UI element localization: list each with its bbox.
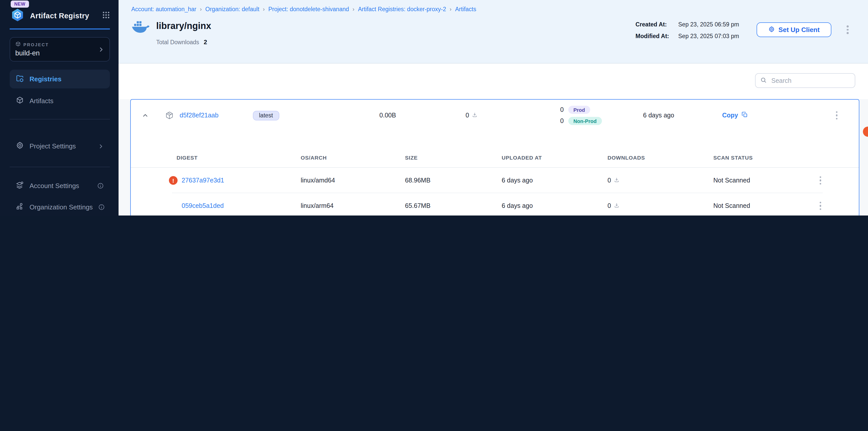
prod-count: 0 xyxy=(560,106,564,113)
row-kebab-menu[interactable] xyxy=(818,175,859,186)
info-icon xyxy=(97,183,104,189)
app-switcher-icon[interactable] xyxy=(102,10,111,21)
artifact-age: 6 days ago xyxy=(614,112,703,119)
sidebar-item-project-settings[interactable]: Project Settings xyxy=(10,137,110,156)
info-icon xyxy=(98,204,105,210)
sidebar-item-label: Account Settings xyxy=(30,182,79,190)
os-arch: linux/amd64 xyxy=(301,177,405,184)
artifact-list: d5f28ef21aab latest 0.00B 0 0Prod 0Non-P… xyxy=(119,99,868,216)
copy-label: Copy xyxy=(722,112,738,119)
column-header-size: SIZE xyxy=(405,155,502,161)
breadcrumb-organization[interactable]: Organization: default xyxy=(205,6,259,12)
total-downloads-value: 2 xyxy=(204,39,207,46)
project-selector[interactable]: PROJECT build-en xyxy=(10,37,110,62)
main-area: Account: automation_har › Organization: … xyxy=(119,0,868,216)
row-kebab-menu[interactable] xyxy=(834,110,859,121)
column-header-digest: DIGEST xyxy=(177,155,301,161)
set-up-client-label: Set Up Client xyxy=(778,26,820,34)
collapse-chevron-up-icon[interactable] xyxy=(131,112,159,119)
sidebar-accent-line xyxy=(10,29,110,30)
download-count: 0 xyxy=(466,112,469,119)
artifact-row-expanded[interactable]: d5f28ef21aab latest 0.00B 0 0Prod 0Non-P… xyxy=(131,100,859,131)
project-label: PROJECT xyxy=(23,42,49,47)
column-header-downloads: DOWNLOADS xyxy=(608,155,713,161)
artifact-size: 0.00B xyxy=(324,112,451,119)
project-value: build-en xyxy=(15,49,104,57)
account-settings-icon xyxy=(16,181,24,191)
copy-button[interactable]: Copy xyxy=(703,111,767,120)
size: 65.67MB xyxy=(405,202,502,209)
breadcrumb-separator: › xyxy=(200,6,202,12)
copy-icon xyxy=(741,111,748,120)
environment-counts: 0Prod 0Non-Prod xyxy=(551,106,614,125)
organization-settings-icon xyxy=(16,202,24,212)
created-at-value: Sep 23, 2025 06:59 pm xyxy=(678,21,739,28)
download-icon xyxy=(472,111,478,119)
gear-icon xyxy=(16,141,24,151)
sidebar-item-label: Registries xyxy=(30,75,62,83)
os-arch: linux/arm64 xyxy=(301,202,405,209)
header-kebab-menu[interactable] xyxy=(845,24,850,35)
expanded-artifact-group: d5f28ef21aab latest 0.00B 0 0Prod 0Non-P… xyxy=(130,99,859,216)
modified-at-label: Modified At: xyxy=(636,33,678,39)
project-cube-icon xyxy=(15,41,21,48)
total-downloads-label: Total Downloads xyxy=(156,39,199,45)
breadcrumb-account[interactable]: Account: automation_har xyxy=(131,6,196,12)
digest-link[interactable]: 27637a97e3d1 xyxy=(182,177,224,184)
app-title: Artifact Registry xyxy=(30,12,89,20)
warning-icon: ! xyxy=(169,176,178,185)
download-count: 0 xyxy=(608,177,611,184)
digest-link[interactable]: 059ceb5a1ded xyxy=(182,202,224,209)
sidebar-item-label: Project Settings xyxy=(30,142,76,150)
sidebar-item-account-settings[interactable]: Account Settings xyxy=(10,176,110,195)
breadcrumb-separator: › xyxy=(352,6,354,12)
artifact-registry-app: NEW Artifact Registry xyxy=(0,0,868,216)
search-icon xyxy=(760,76,767,85)
tag-badge: latest xyxy=(253,110,279,120)
sidebar-item-artifacts[interactable]: Artifacts xyxy=(10,92,110,110)
artifacts-box-icon xyxy=(16,96,24,106)
sidebar-item-registries[interactable]: Registries xyxy=(10,70,110,89)
breadcrumb: Account: automation_har › Organization: … xyxy=(131,6,476,12)
uploaded-at: 6 days ago xyxy=(502,202,608,209)
digest-row: 059ceb5a1ded linux/arm64 65.67MB 6 days … xyxy=(131,193,859,216)
digest-row: ! 27637a97e3d1 linux/amd64 68.96MB 6 day… xyxy=(131,168,859,193)
row-kebab-menu[interactable] xyxy=(818,200,859,212)
toolbar xyxy=(119,64,868,99)
digest-table-header: DIGEST OS/ARCH SIZE UPLOADED AT DOWNLOAD… xyxy=(131,131,859,168)
gear-icon xyxy=(768,26,775,34)
breadcrumb-artifacts[interactable]: Artifacts xyxy=(455,6,476,12)
breadcrumb-registry[interactable]: Artifact Registries: docker-proxy-2 xyxy=(358,6,446,12)
chevron-right-icon xyxy=(98,143,104,149)
chevron-right-icon xyxy=(98,46,104,55)
page-title: library/nginx xyxy=(156,21,211,32)
registries-icon xyxy=(16,74,24,84)
prod-badge: Prod xyxy=(568,106,590,114)
scan-status: Not Scanned xyxy=(713,202,807,209)
breadcrumb-separator: › xyxy=(263,6,265,12)
app-logo-icon xyxy=(11,8,24,24)
column-header-scan-status: SCAN STATUS xyxy=(713,155,807,161)
sidebar-item-label: Organization Settings xyxy=(30,203,93,211)
new-badge: NEW xyxy=(11,1,29,8)
size: 68.96MB xyxy=(405,177,502,184)
nonprod-count: 0 xyxy=(560,118,564,125)
set-up-client-button[interactable]: Set Up Client xyxy=(756,22,831,37)
sidebar-item-label: Artifacts xyxy=(30,97,54,105)
breadcrumb-project[interactable]: Project: donotdelete-shivanand xyxy=(269,6,349,12)
brand: Artifact Registry xyxy=(11,7,111,24)
search-input[interactable] xyxy=(770,76,850,85)
artifact-box-icon xyxy=(159,111,180,120)
sidebar-divider xyxy=(10,119,110,120)
download-icon xyxy=(614,202,620,210)
download-icon xyxy=(614,177,620,184)
timestamps: Created At: Sep 23, 2025 06:59 pm Modifi… xyxy=(636,21,739,39)
download-count: 0 xyxy=(608,202,611,209)
sidebar: NEW Artifact Registry xyxy=(0,0,119,216)
created-at-label: Created At: xyxy=(636,21,678,28)
sidebar-item-organization-settings[interactable]: Organization Settings xyxy=(10,198,110,216)
breadcrumb-separator: › xyxy=(450,6,452,12)
artifact-digest-link[interactable]: d5f28ef21aab xyxy=(180,112,253,119)
page-header: Account: automation_har › Organization: … xyxy=(119,0,868,64)
sidebar-divider xyxy=(10,167,110,167)
